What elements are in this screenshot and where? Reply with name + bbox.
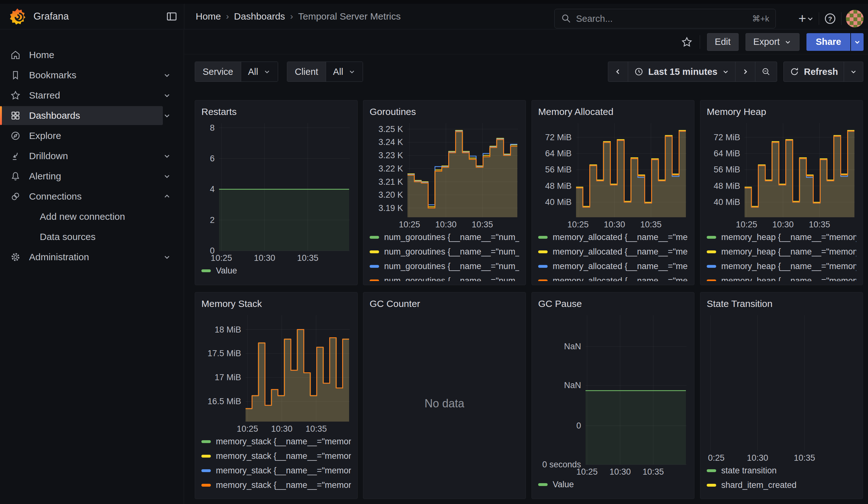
- sidebar-toggle-icon[interactable]: [165, 10, 178, 23]
- panel-state-transition: State Transition 0:2510:3010:35 state tr…: [700, 292, 863, 499]
- service-filter-value[interactable]: All: [241, 62, 278, 81]
- home-icon: [10, 50, 21, 60]
- refresh-interval-button[interactable]: [844, 62, 863, 81]
- panel-title[interactable]: Goroutines: [370, 104, 519, 120]
- chart-memory-stack[interactable]: 16.5 MiB17 MiB17.5 MiB18 MiB10:2510:3010…: [202, 312, 351, 434]
- sidebar-item-explore[interactable]: Explore: [0, 126, 184, 146]
- time-shift-back-button[interactable]: [608, 62, 628, 81]
- legend-item[interactable]: memory_allocated {__name__="memo: [538, 274, 688, 281]
- search-input[interactable]: Search... ⌘+k: [554, 9, 776, 28]
- legend-label: Value: [553, 480, 574, 490]
- legend-item[interactable]: num_goroutines {__name__="num_go: [370, 274, 519, 281]
- sidebar-item-drilldown[interactable]: Drilldown: [0, 146, 184, 166]
- legend-item[interactable]: num_goroutines {__name__="num_go: [370, 259, 519, 274]
- time-controls: Last 15 minutes Refresh: [608, 62, 863, 82]
- chart-goroutines[interactable]: 3.19 K3.20 K3.21 K3.22 K3.23 K3.24 K3.25…: [370, 120, 519, 230]
- panel-goroutines: Goroutines 3.19 K3.20 K3.21 K3.22 K3.23 …: [363, 100, 526, 285]
- svg-text:3.21 K: 3.21 K: [379, 177, 403, 187]
- chevron-down-icon: [722, 68, 730, 75]
- svg-text:64 MiB: 64 MiB: [714, 149, 740, 158]
- breadcrumb-home[interactable]: Home: [196, 11, 221, 22]
- panel-title[interactable]: Restarts: [202, 104, 351, 120]
- legend-item[interactable]: memory_stack {__name__="memory_s: [202, 434, 351, 449]
- time-shift-forward-button[interactable]: [735, 62, 755, 81]
- legend-item[interactable]: shard_item_created: [707, 478, 856, 492]
- legend-item[interactable]: memory_heap {__name__="memory_h: [707, 274, 856, 281]
- legend-item[interactable]: num_goroutines {__name__="num_go: [370, 245, 519, 259]
- sidebar-item-dashboards[interactable]: Dashboards: [0, 105, 184, 126]
- export-label: Export: [753, 37, 780, 47]
- service-filter-label: Service: [195, 62, 241, 81]
- sidebar-item-label: Drilldown: [29, 151, 68, 161]
- panel-gc-pause: GC Pause NaNNaN00 seconds10:2510:3010:35…: [531, 292, 694, 499]
- avatar[interactable]: [846, 10, 864, 28]
- svg-text:10:30: 10:30: [271, 424, 292, 434]
- sidebar-item-add-new-connection[interactable]: Add new connection: [0, 207, 184, 227]
- legend-item[interactable]: num_goroutines {__name__="num_go: [370, 230, 519, 245]
- legend-item[interactable]: Value: [202, 263, 351, 278]
- time-range-picker[interactable]: Last 15 minutes: [628, 62, 735, 81]
- dashboard-controls: Service All Client All Last 15 minutes: [184, 62, 868, 82]
- legend-item[interactable]: Value: [538, 477, 688, 492]
- zoom-out-button[interactable]: [755, 62, 777, 81]
- top-header: Grafana Home › Dashboards › Temporal Ser…: [0, 4, 868, 29]
- sidebar-item-starred[interactable]: Starred: [0, 85, 184, 105]
- legend-swatch: [538, 250, 548, 253]
- svg-text:10:30: 10:30: [747, 453, 768, 463]
- breadcrumb-dashboards[interactable]: Dashboards: [234, 11, 285, 22]
- chart-memory-allocated[interactable]: 40 MiB48 MiB56 MiB64 MiB72 MiB10:2510:30…: [538, 120, 688, 230]
- chart-memory-heap[interactable]: 40 MiB48 MiB56 MiB64 MiB72 MiB10:2510:30…: [707, 120, 856, 230]
- sidebar-item-home[interactable]: Home: [0, 45, 184, 65]
- svg-text:10:30: 10:30: [604, 220, 625, 229]
- favorite-star-button[interactable]: [681, 36, 693, 48]
- panel-title[interactable]: Memory Stack: [202, 296, 351, 312]
- chevron-down-icon: [163, 253, 171, 261]
- legend-item[interactable]: memory_stack {__name__="memory_s: [202, 478, 351, 492]
- svg-text:17.5 MiB: 17.5 MiB: [207, 349, 241, 358]
- chart-state-transition[interactable]: 0:2510:3010:35: [707, 312, 856, 463]
- edit-button[interactable]: Edit: [707, 33, 738, 51]
- sidebar-item-alerting[interactable]: Alerting: [0, 166, 184, 186]
- panel-memory-stack: Memory Stack 16.5 MiB17 MiB17.5 MiB18 Mi…: [195, 292, 358, 499]
- refresh-label: Refresh: [804, 66, 838, 77]
- sidebar-item-administration[interactable]: Administration: [0, 247, 184, 267]
- help-button[interactable]: ?: [824, 12, 837, 25]
- legend-item[interactable]: memory_allocated {__name__="memo: [538, 259, 688, 274]
- legend-item[interactable]: memory_stack {__name__="memory_s: [202, 449, 351, 463]
- svg-text:72 MiB: 72 MiB: [545, 133, 572, 142]
- panel-title[interactable]: Memory Allocated: [538, 104, 688, 120]
- legend-item[interactable]: memory_allocated {__name__="memo: [538, 245, 688, 259]
- sidebar-item-connections[interactable]: Connections: [0, 186, 184, 207]
- legend-item[interactable]: state transition: [707, 463, 856, 478]
- legend-label: memory_stack {__name__="memory_s: [216, 451, 351, 461]
- panel-title[interactable]: GC Counter: [370, 296, 519, 312]
- grafana-logo-icon[interactable]: [8, 7, 27, 25]
- svg-text:6: 6: [210, 154, 215, 163]
- panel-title[interactable]: Memory Heap: [707, 104, 856, 120]
- refresh-icon: [789, 66, 799, 77]
- legend-item[interactable]: memory_stack {__name__="memory_s: [202, 463, 351, 478]
- sidebar-item-bookmarks[interactable]: Bookmarks: [0, 65, 184, 85]
- legend-item[interactable]: memory_heap {__name__="memory_h: [707, 245, 856, 259]
- apps-grid-icon: [10, 110, 21, 121]
- export-button[interactable]: Export: [745, 33, 800, 51]
- new-button[interactable]: +: [798, 12, 814, 25]
- legend: state transitionshard_item_created: [707, 463, 856, 495]
- chart-gc-pause[interactable]: NaNNaN00 seconds10:2510:3010:35: [538, 312, 688, 477]
- chart-restarts[interactable]: 0246810:2510:3010:35: [202, 120, 351, 263]
- share-button[interactable]: Share: [806, 33, 850, 51]
- panel-title[interactable]: State Transition: [707, 296, 856, 312]
- refresh-button[interactable]: Refresh: [784, 62, 844, 81]
- compass-icon: [10, 131, 21, 141]
- legend-item[interactable]: memory_allocated {__name__="memo: [538, 230, 688, 245]
- client-filter-value[interactable]: All: [326, 62, 363, 81]
- breadcrumb: Home › Dashboards › Temporal Server Metr…: [196, 11, 401, 22]
- sidebar-item-data-sources[interactable]: Data sources: [0, 227, 184, 247]
- legend-item[interactable]: memory_heap {__name__="memory_h: [707, 259, 856, 274]
- legend-item[interactable]: memory_heap {__name__="memory_h: [707, 230, 856, 245]
- legend: Value: [538, 477, 688, 495]
- share-menu-button[interactable]: [851, 33, 864, 51]
- legend-label: memory_allocated {__name__="memo: [553, 247, 688, 257]
- panel-title[interactable]: GC Pause: [538, 296, 688, 312]
- legend: memory_stack {__name__="memory_smemory_s…: [202, 434, 351, 495]
